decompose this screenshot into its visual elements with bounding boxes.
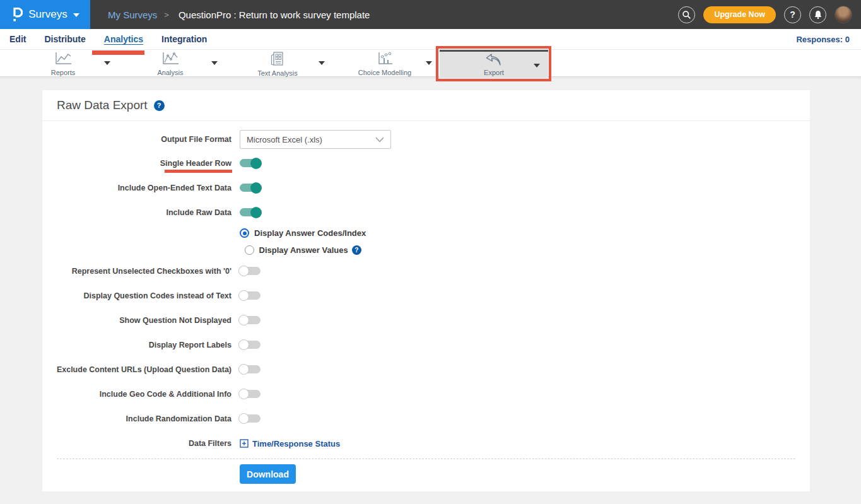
download-button[interactable]: Download — [240, 464, 296, 484]
panel-title: Raw Data Export — [57, 98, 148, 112]
responses-count: Responses: 0 — [796, 35, 861, 44]
toggle-include-randomization-data[interactable] — [240, 414, 261, 423]
panel-header: Raw Data Export ? — [42, 90, 810, 121]
tab-integration[interactable]: Integration — [161, 34, 207, 44]
section-tabs: Edit Distribute Analytics Integration Re… — [0, 29, 861, 49]
toggle-label: Display Report Labels — [42, 341, 231, 349]
toolbar-item-analysis[interactable]: Analysis — [126, 52, 214, 76]
toggle-knob — [250, 158, 262, 169]
toggle-knob — [238, 389, 249, 399]
toggle-knob — [250, 207, 262, 218]
output-format-label: Output File Format — [42, 135, 231, 144]
toggle-knob — [238, 290, 249, 301]
plus-square-icon — [240, 439, 249, 448]
toolbar-item-reports[interactable]: Reports — [19, 52, 107, 76]
toolbar-item-label: Reports — [51, 69, 76, 76]
toggle-label: Show Question Not Displayed — [42, 316, 231, 325]
toggle-row: Show Question Not Displayed — [42, 308, 810, 332]
answer-display-radio-group: Display Answer Codes/Index Display Answe… — [42, 225, 810, 259]
toggle-label: Include Raw Data — [42, 208, 231, 217]
toggle-exclude-content-urls[interactable] — [240, 365, 261, 373]
toggle-label: Represent Unselected Checkboxes with '0' — [42, 267, 231, 276]
reports-chart-icon — [54, 52, 73, 68]
search-icon[interactable] — [678, 6, 695, 23]
toggle-knob — [238, 315, 249, 325]
tab-analytics[interactable]: Analytics — [104, 34, 143, 44]
toggle-include-open-ended-text-data[interactable] — [240, 184, 261, 192]
analysis-chart-icon — [161, 52, 180, 68]
toggle-include-raw-data[interactable] — [240, 208, 261, 216]
toggle-row: Exclude Content URLs (Upload Question Da… — [42, 357, 810, 382]
choice-modelling-caret-down-icon[interactable] — [426, 61, 432, 65]
bell-icon[interactable] — [809, 6, 826, 23]
toggle-label: Include Open-Ended Text Data — [42, 184, 231, 192]
toggle-display-report-labels[interactable] — [240, 341, 261, 349]
text-analysis-icon — [270, 52, 285, 69]
output-format-value: Microsoft Excel (.xls) — [247, 135, 322, 144]
breadcrumb-separator: > — [164, 10, 169, 20]
toggle-row: Include Open-Ended Text Data — [42, 175, 810, 200]
toggle-display-question-codes[interactable] — [240, 291, 261, 300]
toolbar-item-label: Choice Modelling — [358, 69, 411, 76]
text-analysis-caret-down-icon[interactable] — [319, 61, 325, 65]
toggle-row: Include Raw Data — [42, 200, 810, 225]
choice-modelling-icon — [376, 52, 394, 68]
top-header: Surveys My Surveys > QuestionPro : Retur… — [0, 0, 861, 29]
reports-caret-down-icon[interactable] — [104, 61, 110, 65]
export-caret-down-icon[interactable] — [534, 64, 540, 67]
toggle-row: Display Question Codes instead of Text — [42, 283, 810, 308]
toggle-label: Single Header Row — [42, 159, 231, 168]
toolbar-item-export[interactable]: Export — [440, 50, 548, 78]
toggle-knob — [250, 182, 262, 194]
toggle-group-bottom: Represent Unselected Checkboxes with '0'… — [42, 259, 810, 431]
toggle-row: Include Randomization Data — [42, 406, 810, 431]
questionpro-app: Surveys My Surveys > QuestionPro : Retur… — [0, 0, 861, 504]
toggle-group-top: Single Header Row Include Open-Ended Tex… — [42, 151, 810, 225]
help-ring-icon[interactable]: ? — [784, 6, 801, 23]
breadcrumb-my-surveys[interactable]: My Surveys — [108, 9, 157, 20]
export-settings-form: Output File Format Microsoft Excel (.xls… — [42, 121, 810, 491]
toggle-label: Exclude Content URLs (Upload Question Da… — [42, 365, 231, 374]
upgrade-now-button[interactable]: Upgrade Now — [703, 6, 776, 23]
radio-display-answer-codes[interactable]: Display Answer Codes/Index — [240, 225, 366, 242]
radio-display-answer-values[interactable]: Display Answer Values ? — [245, 242, 361, 259]
toggle-represent-unselected-checkboxes[interactable] — [240, 267, 261, 275]
toggle-knob — [238, 413, 249, 424]
surveys-menu[interactable]: Surveys — [0, 0, 90, 29]
analysis-caret-down-icon[interactable] — [211, 61, 218, 65]
radio-selected-icon[interactable] — [240, 228, 249, 238]
output-format-row: Output File Format Microsoft Excel (.xls… — [42, 128, 810, 151]
toggle-row: Display Report Labels — [42, 332, 810, 357]
toggle-show-question-not-displayed[interactable] — [240, 316, 261, 324]
data-filters-row: Data Filters Time/Response Status — [42, 431, 810, 456]
toolbar-item-label: Export — [484, 69, 504, 76]
toggle-row: Single Header Row — [42, 151, 810, 175]
time-response-status-link[interactable]: Time/Response Status — [240, 439, 340, 448]
toggle-knob — [238, 266, 249, 276]
output-format-select[interactable]: Microsoft Excel (.xls) — [240, 130, 391, 149]
toggle-row: Represent Unselected Checkboxes with '0' — [42, 259, 810, 283]
avatar[interactable] — [835, 6, 852, 23]
toolbar-item-label: Analysis — [158, 69, 184, 76]
radio-unselected-icon[interactable] — [245, 245, 254, 255]
questionpro-logo-icon — [11, 6, 23, 23]
breadcrumb: My Surveys > QuestionPro : Return to wor… — [108, 9, 370, 20]
toggle-include-geo-code[interactable] — [240, 390, 261, 398]
toggle-knob — [238, 364, 249, 375]
page-title: QuestionPro : Return to work survey temp… — [179, 9, 370, 20]
caret-down-icon — [73, 13, 79, 17]
toggle-single-header-row[interactable] — [240, 159, 261, 167]
tab-edit[interactable]: Edit — [9, 34, 26, 44]
chevron-down-icon — [375, 135, 384, 144]
help-icon[interactable]: ? — [154, 100, 165, 111]
toggle-knob — [238, 339, 249, 350]
data-filters-label: Data Filters — [42, 439, 231, 448]
help-icon[interactable]: ? — [352, 245, 361, 255]
export-arrow-icon — [484, 54, 503, 69]
toolbar-item-text-analysis[interactable]: Text Analysis — [233, 52, 322, 77]
app-name: Surveys — [28, 8, 67, 21]
button-row: Download — [42, 459, 810, 491]
raw-data-export-panel: Raw Data Export ? Output File Format Mic… — [42, 90, 810, 491]
toolbar-item-choice-modelling[interactable]: Choice Modelling — [341, 52, 429, 76]
tab-distribute[interactable]: Distribute — [44, 34, 85, 44]
